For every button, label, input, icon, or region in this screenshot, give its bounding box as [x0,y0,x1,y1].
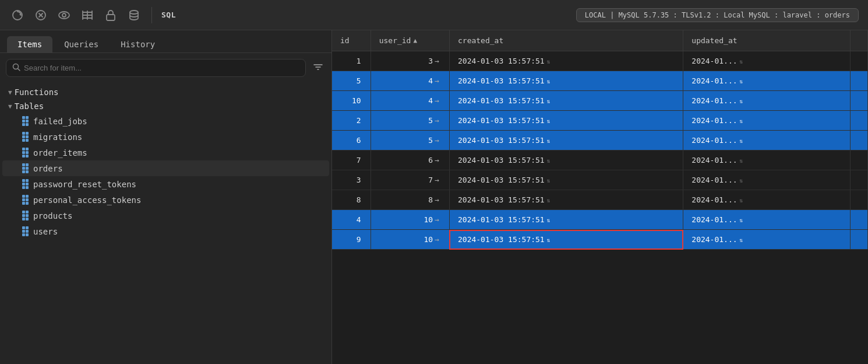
cell-id: 7 [332,150,371,170]
sidebar-tree: ▼ Functions ▼ Tables failed_jobs migrati… [0,83,331,364]
table-row[interactable]: 4 10→ 2024-01-03 15:57:51⇅ 2024-01...⇅ [332,210,868,230]
lock-icon[interactable] [103,7,119,23]
cell-extra [851,91,868,111]
col-user-id-label: user_id [379,36,411,45]
table-name-failed-jobs: failed_jobs [33,117,87,126]
search-box [6,59,306,77]
cell-user-id[interactable]: 5→ [371,131,449,150]
sidebar: Items Queries History [0,30,332,364]
table-item-password-reset-tokens[interactable]: password_reset_tokens [2,176,329,192]
tab-items[interactable]: Items [7,36,52,52]
cell-user-id[interactable]: 7→ [371,170,449,190]
table-row[interactable]: 6 5→ 2024-01-03 15:57:51⇅ 2024-01...⇅ [332,131,868,150]
tables-label: Tables [15,102,44,111]
data-table[interactable]: id user_id ▲ created_at updated_ [332,30,868,364]
eye-icon[interactable] [56,7,72,23]
table-item-migrations[interactable]: migrations [2,129,329,145]
table-icon-products [22,211,29,220]
filter-icon[interactable] [310,60,326,77]
section-functions[interactable]: ▼ Functions [0,85,331,99]
col-id-label: id [340,36,350,45]
cell-updated-at: 2024-01...⇅ [683,150,851,170]
cell-extra [851,150,868,170]
sort-up-icon: ▲ [413,37,417,44]
cell-extra [851,190,868,210]
cell-updated-at: 2024-01...⇅ [683,190,851,210]
cell-updated-at: 2024-01...⇅ [683,170,851,190]
cell-updated-at: 2024-01...⇅ [683,111,851,131]
cell-user-id[interactable]: 3→ [371,51,449,71]
cell-extra [851,210,868,230]
col-created-at[interactable]: created_at [449,30,683,51]
table-row[interactable]: 9 10→ 2024-01-03 15:57:51⇅ 2024-01...⇅ [332,230,868,250]
cell-created-at: 2024-01-03 15:57:51⇅ [449,71,683,91]
cell-user-id[interactable]: 5→ [371,111,449,131]
cell-updated-at: 2024-01...⇅ [683,51,851,71]
cell-created-at: 2024-01-03 15:57:51⇅ [449,131,683,150]
table-item-order-items[interactable]: order_items [2,145,329,160]
table-item-products[interactable]: products [2,208,329,223]
table-row[interactable]: 1 3→ 2024-01-03 15:57:51⇅ 2024-01...⇅ [332,51,868,71]
cell-created-at: 2024-01-03 15:57:51⇅ [449,210,683,230]
cell-user-id[interactable]: 4→ [371,71,449,91]
col-updated-at-label: updated_at [691,36,737,45]
cell-created-at: 2024-01-03 15:57:51⇅ [449,51,683,71]
table-row[interactable]: 10 4→ 2024-01-03 15:57:51⇅ 2024-01...⇅ [332,91,868,111]
table-name-personal-access-tokens: personal_access_tokens [33,195,141,205]
tab-queries[interactable]: Queries [54,36,109,52]
cell-id: 4 [332,210,371,230]
cell-user-id[interactable]: 10→ [371,210,449,230]
cell-user-id[interactable]: 8→ [371,190,449,210]
close-icon[interactable] [33,7,49,23]
connection-badge: LOCAL | MySQL 5.7.35 : TLSv1.2 : Local M… [576,8,859,22]
functions-label: Functions [15,88,59,97]
col-updated-at[interactable]: updated_at [683,30,851,51]
table-row[interactable]: 3 7→ 2024-01-03 15:57:51⇅ 2024-01...⇅ [332,170,868,190]
table-row[interactable]: 7 6→ 2024-01-03 15:57:51⇅ 2024-01...⇅ [332,150,868,170]
content-area: id user_id ▲ created_at updated_ [332,30,868,364]
table-row[interactable]: 8 8→ 2024-01-03 15:57:51⇅ 2024-01...⇅ [332,190,868,210]
table-icon-personal-access-tokens [22,195,29,205]
cell-user-id[interactable]: 4→ [371,91,449,111]
cell-extra [851,170,868,190]
cell-user-id[interactable]: 6→ [371,150,449,170]
sidebar-search-row [0,53,331,83]
cell-updated-at: 2024-01...⇅ [683,71,851,91]
table-name-users: users [33,227,58,236]
sql-label[interactable]: SQL [161,10,176,19]
svg-rect-13 [107,15,115,20]
toolbar-divider [151,7,152,23]
table-icon-password-reset-tokens [22,179,29,189]
table-item-failed-jobs[interactable]: failed_jobs [2,113,329,129]
col-user-id[interactable]: user_id ▲ [371,30,449,51]
cell-extra [851,131,868,150]
section-tables[interactable]: ▼ Tables [0,99,331,113]
table-icon-orders [22,163,29,173]
table-icon-migrations [22,132,29,142]
cell-created-at: 2024-01-03 15:57:51⇅ [449,91,683,111]
cell-user-id[interactable]: 10→ [371,230,449,250]
search-input[interactable] [24,64,299,72]
tab-history[interactable]: History [110,36,165,52]
table-row[interactable]: 2 5→ 2024-01-03 15:57:51⇅ 2024-01...⇅ [332,111,868,131]
table-item-users[interactable]: users [2,223,329,239]
table-name-orders: orders [33,164,63,173]
table-row[interactable]: 5 4→ 2024-01-03 15:57:51⇅ 2024-01...⇅ [332,71,868,91]
col-id[interactable]: id [332,30,371,51]
cell-id: 1 [332,51,371,71]
cell-updated-at: 2024-01...⇅ [683,131,851,150]
refresh-icon[interactable] [9,7,26,23]
table-item-orders[interactable]: orders [2,160,329,176]
svg-point-14 [130,10,138,14]
cell-created-at: 2024-01-03 15:57:51⇅ [449,170,683,190]
database-icon[interactable] [126,7,142,23]
cell-id: 8 [332,190,371,210]
cell-id: 10 [332,91,371,111]
table-icon-order-items [22,148,29,158]
table-item-personal-access-tokens[interactable]: personal_access_tokens [2,192,329,208]
cell-id: 5 [332,71,371,91]
structure-icon[interactable] [79,7,96,23]
svg-point-6 [62,13,66,17]
col-extra [851,30,868,51]
svg-point-5 [59,12,69,19]
